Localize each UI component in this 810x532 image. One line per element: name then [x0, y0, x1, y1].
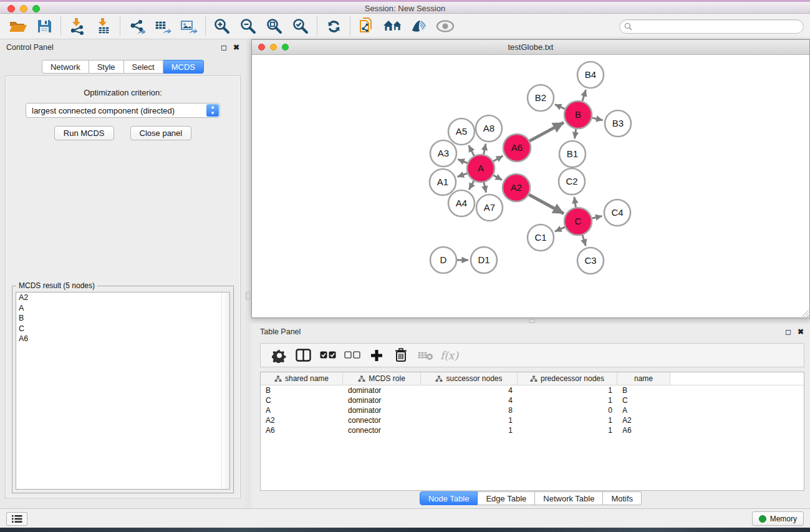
graph-node-C4[interactable]: C4	[604, 200, 630, 226]
table-cell[interactable]: connector	[343, 426, 421, 435]
graph-node-C1[interactable]: C1	[528, 225, 554, 251]
network-home-button[interactable]	[380, 15, 406, 37]
table-cell[interactable]: C	[261, 396, 343, 405]
run-mcds-button[interactable]: Run MCDS	[54, 126, 114, 140]
table-cell[interactable]: A6	[617, 426, 670, 435]
export-network-button[interactable]	[123, 15, 150, 37]
table-cell[interactable]: 4	[421, 386, 518, 395]
graph-node-C2[interactable]: C2	[559, 168, 585, 195]
graph-node-C[interactable]: C	[564, 208, 592, 235]
window-resize-handle[interactable]	[801, 309, 809, 317]
criterion-dropdown[interactable]: largest connected component (directed) ▲…	[26, 103, 220, 118]
float-panel-icon[interactable]: ◻	[221, 43, 227, 52]
zoom-fit-button[interactable]	[261, 15, 287, 37]
result-list-scrollbar[interactable]	[221, 293, 229, 489]
graph-node-C3[interactable]: C3	[577, 248, 604, 274]
hide-graphics-details-button[interactable]	[406, 15, 432, 37]
table-cell[interactable]: A2	[617, 416, 670, 425]
zoom-out-button[interactable]	[235, 15, 261, 37]
search-field[interactable]	[619, 19, 804, 34]
edge-A-A5[interactable]	[469, 145, 475, 156]
table-cell[interactable]: 1	[518, 426, 617, 435]
fx-button[interactable]: f(x)	[437, 346, 461, 365]
horizontal-splitter-grip[interactable]	[529, 319, 535, 323]
result-list-item[interactable]: C	[16, 324, 229, 334]
graph-node-B3[interactable]: B3	[605, 110, 631, 137]
search-input[interactable]	[635, 21, 803, 32]
graph-node-B1[interactable]: B1	[559, 141, 586, 167]
tab-select[interactable]: Select	[124, 60, 163, 74]
edge-A2-C[interactable]	[529, 195, 564, 214]
edge-C-C1[interactable]	[555, 227, 565, 231]
vertical-splitter-grip[interactable]	[246, 292, 250, 300]
float-table-panel-icon[interactable]: ◻	[785, 327, 791, 336]
graph-node-A[interactable]: A	[467, 155, 494, 182]
column-header-shared-name[interactable]: shared name	[261, 372, 343, 385]
select-all-check-button[interactable]	[316, 346, 340, 365]
table-cell[interactable]: 1	[421, 426, 518, 435]
graph-node-A6[interactable]: A6	[503, 134, 531, 162]
export-image-button[interactable]	[176, 15, 202, 37]
delete-column-button[interactable]	[388, 346, 413, 365]
node-table[interactable]: shared nameMCDS rolesuccessor nodesprede…	[260, 372, 804, 491]
open-folder-button[interactable]	[5, 15, 31, 37]
gear-button[interactable]	[267, 346, 291, 365]
table-cell[interactable]: 1	[518, 386, 617, 395]
edge-C-C2[interactable]	[574, 197, 576, 208]
table-cell[interactable]: A6	[261, 426, 343, 435]
table-cell[interactable]: A	[261, 406, 343, 415]
delete-table-button[interactable]	[413, 346, 437, 365]
export-table-button[interactable]	[150, 15, 176, 37]
edge-C-C3[interactable]	[582, 235, 586, 246]
edge-A-A4[interactable]	[469, 181, 474, 190]
import-table-button[interactable]	[90, 15, 117, 37]
table-row[interactable]: A2connector11A2	[261, 415, 804, 425]
edge-B-B4[interactable]	[582, 90, 586, 101]
table-cell[interactable]: dominator	[343, 406, 421, 415]
result-list-item[interactable]: A	[16, 303, 229, 314]
network-window-titlebar[interactable]: testGlobe.txt	[252, 40, 809, 55]
save-button[interactable]	[31, 15, 57, 37]
table-row[interactable]: Bdominator41B	[261, 385, 804, 395]
table-cell[interactable]: dominator	[343, 396, 421, 405]
graph-node-A4[interactable]: A4	[448, 190, 475, 216]
tab-network[interactable]: Network	[42, 60, 89, 74]
split-view-button[interactable]	[291, 346, 316, 365]
graph-node-A3[interactable]: A3	[430, 140, 456, 167]
tab-motifs[interactable]: Motifs	[603, 491, 642, 505]
graph-node-A1[interactable]: A1	[430, 169, 456, 195]
edge-A-A6[interactable]	[493, 156, 503, 162]
close-table-panel-icon[interactable]: ✖	[798, 327, 804, 336]
edge-A-A8[interactable]	[484, 144, 486, 155]
result-list-item[interactable]: A2	[16, 293, 229, 303]
graph-node-D[interactable]: D	[430, 247, 456, 273]
edge-C-C4[interactable]	[592, 216, 602, 218]
close-panel-button[interactable]: Close panel	[130, 126, 192, 140]
table-cell[interactable]: A2	[261, 416, 343, 425]
tab-mcds[interactable]: MCDS	[163, 60, 204, 74]
result-list-item[interactable]: A6	[16, 334, 229, 344]
import-network-button[interactable]	[64, 15, 90, 37]
table-cell[interactable]: B	[617, 386, 670, 395]
mcds-result-list[interactable]: A2ABCA6	[16, 292, 230, 490]
column-header-predecessor-nodes[interactable]: predecessor nodes	[518, 372, 617, 385]
show-panels-list-button[interactable]	[6, 512, 27, 526]
edge-B-B3[interactable]	[592, 118, 603, 120]
table-cell[interactable]: 0	[518, 406, 617, 415]
tab-edge-table[interactable]: Edge Table	[478, 491, 535, 505]
result-list-item[interactable]: B	[16, 313, 229, 324]
edge-A-A1[interactable]	[458, 173, 468, 177]
table-row[interactable]: Cdominator41C	[261, 395, 804, 405]
graph-node-B2[interactable]: B2	[528, 85, 554, 111]
show-graphics-details-button[interactable]	[432, 15, 458, 37]
edge-A-A2[interactable]	[493, 175, 502, 180]
edge-B-B1[interactable]	[575, 129, 576, 139]
table-cell[interactable]: 1	[518, 396, 617, 405]
table-cell[interactable]: 4	[421, 396, 518, 405]
table-cell[interactable]: C	[617, 396, 670, 405]
zoom-selected-button[interactable]	[287, 15, 314, 37]
tab-network-table[interactable]: Network Table	[535, 491, 603, 505]
add-column-button[interactable]	[364, 346, 388, 365]
table-cell[interactable]: B	[261, 386, 343, 395]
graph-node-B[interactable]: B	[564, 101, 592, 128]
